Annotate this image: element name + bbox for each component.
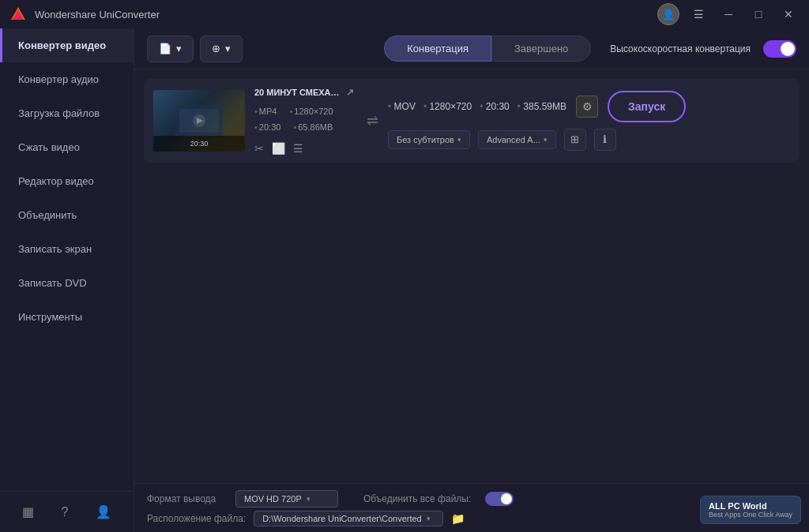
source-duration: •20:30: [254, 120, 280, 136]
minimize-button[interactable]: ─: [717, 3, 739, 25]
output-duration: • 20:30: [480, 101, 510, 112]
audio-chevron-icon: ▾: [544, 136, 547, 144]
start-button[interactable]: Запуск: [608, 91, 686, 122]
output-resolution: • 1280×720: [423, 101, 472, 112]
watermark-title: ALL PC World: [709, 501, 792, 511]
high-speed-label: Высокоскоростная конвертация: [610, 43, 751, 54]
high-speed-toggle[interactable]: [763, 40, 796, 58]
profile-button[interactable]: 👤: [657, 3, 679, 25]
settings-gear-button[interactable]: ⚙: [576, 96, 598, 118]
user-account-icon[interactable]: 👤: [92, 501, 115, 523]
add-options-icon: ⊕: [212, 43, 220, 54]
effects-tool-icon[interactable]: ☰: [293, 142, 303, 155]
file-meta-row-2: •20:30 •65.86MB: [254, 120, 357, 136]
source-size: •65.86MB: [293, 120, 333, 136]
path-row: Расположение файла: D:\Wondershare UniCo…: [147, 511, 796, 526]
tab-convert[interactable]: Конвертация: [384, 36, 491, 62]
output-bottom: Без субтитров ▾ Advanced A... ▾ ⊞ ℹ: [388, 129, 790, 151]
add-files-chevron: ▾: [176, 43, 182, 54]
watermark-subtitle: Best Apps One Click Away: [709, 511, 792, 519]
sidebar-item-record-dvd[interactable]: Записать DVD: [0, 266, 134, 300]
content-area: 📄 ▾ ⊕ ▾ Конвертация Завершено Высокоскор…: [134, 28, 809, 532]
sidebar-item-tools[interactable]: Инструменты: [0, 300, 134, 334]
sidebar-item-compress-video[interactable]: Сжать видео: [0, 130, 134, 164]
output-size: • 385.59MB: [517, 101, 566, 112]
source-resolution: •1280×720: [289, 104, 333, 120]
merge-label: Объединить все файлы:: [363, 493, 471, 504]
external-link-icon[interactable]: ↗: [346, 87, 354, 98]
add-files-button[interactable]: 📄 ▾: [147, 36, 194, 62]
thumbnail-overlay: 20:30: [153, 136, 245, 152]
subtitle-chevron-icon: ▾: [457, 136, 461, 144]
tab-done[interactable]: Завершено: [491, 36, 591, 62]
file-thumbnail: 20:30: [153, 90, 245, 152]
info-icon-symbol: ℹ: [603, 133, 607, 145]
file-tools: ✂ ⬜ ☰: [254, 142, 357, 155]
sidebar-item-video-editor[interactable]: Редактор видео: [0, 164, 134, 198]
file-title: 20 МИНУТ СМЕХА ДО СЛЁЗ - ЛУЧШИЕ ПРИК... …: [254, 87, 357, 98]
main-layout: Конвертер видео Конвертер аудио Загрузка…: [0, 28, 809, 532]
sidebar-item-record-screen[interactable]: Записать экран: [0, 232, 134, 266]
sidebar-item-merge[interactable]: Объединить: [0, 198, 134, 232]
title-bar: Wondershare UniConverter 👤 ☰ ─ □ ✕: [0, 0, 809, 28]
preview-icon-symbol: ⊞: [570, 133, 579, 145]
sidebar-item-video-converter[interactable]: Конвертер видео: [0, 28, 134, 62]
add-options-chevron: ▾: [225, 43, 231, 54]
file-item: 20:30 20 МИНУТ СМЕХА ДО СЛЁЗ - ЛУЧШИЕ ПР…: [144, 79, 800, 163]
file-list: 20:30 20 МИНУТ СМЕХА ДО СЛЁЗ - ЛУЧШИЕ ПР…: [134, 69, 809, 483]
output-format-info: • MOV • 1280×720 • 20:30 • 385.59MB: [388, 101, 566, 112]
thumbnail-image: 20:30: [153, 90, 245, 152]
preview-button[interactable]: ⊞: [564, 129, 586, 151]
subtitle-dropdown[interactable]: Без субтитров ▾: [388, 130, 470, 149]
info-button[interactable]: ℹ: [594, 129, 616, 151]
path-chevron-icon: ▾: [427, 515, 431, 523]
source-format: •MP4: [254, 104, 277, 120]
sidebar-footer: ▦ ? 👤: [0, 491, 134, 532]
toolbar-tabs: Конвертация Завершено: [384, 36, 591, 62]
panels-icon[interactable]: ▦: [19, 501, 37, 523]
watermark: ALL PC World Best Apps One Click Away: [700, 496, 801, 524]
folder-browse-icon[interactable]: 📁: [451, 512, 465, 525]
sidebar: Конвертер видео Конвертер аудио Загрузка…: [0, 28, 134, 532]
file-info: 20 МИНУТ СМЕХА ДО СЛЁЗ - ЛУЧШИЕ ПРИК... …: [254, 87, 357, 155]
cut-tool-icon[interactable]: ✂: [254, 142, 264, 155]
app-logo: [9, 6, 27, 23]
audio-dropdown[interactable]: Advanced A... ▾: [478, 130, 556, 149]
output-settings: • MOV • 1280×720 • 20:30 • 385.59MB ⚙ За…: [388, 91, 790, 151]
add-files-icon: 📄: [159, 43, 171, 54]
path-select-dropdown[interactable]: D:\Wondershare UniConverter\Converted ▾: [254, 511, 443, 526]
window-controls: 👤 ☰ ─ □ ✕: [657, 3, 800, 25]
file-meta: •MP4 •1280×720 •20:30 •65.86MB: [254, 104, 357, 136]
format-chevron-icon: ▾: [307, 495, 310, 503]
menu-button[interactable]: ☰: [687, 3, 709, 25]
format-label: Формат вывода: [147, 493, 226, 504]
sidebar-item-audio-converter[interactable]: Конвертер аудио: [0, 62, 134, 96]
toolbar: 📄 ▾ ⊕ ▾ Конвертация Завершено Высокоскор…: [134, 28, 809, 69]
sidebar-item-file-download[interactable]: Загрузка файлов: [0, 96, 134, 130]
add-options-button[interactable]: ⊕ ▾: [200, 36, 243, 62]
crop-tool-icon[interactable]: ⬜: [272, 142, 285, 155]
output-format: • MOV: [388, 101, 416, 112]
help-icon[interactable]: ?: [58, 502, 72, 523]
restore-button[interactable]: □: [747, 3, 769, 25]
output-top: • MOV • 1280×720 • 20:30 • 385.59MB ⚙ За…: [388, 91, 790, 122]
convert-arrow-icon: ⇌: [367, 112, 378, 129]
close-button[interactable]: ✕: [777, 3, 800, 25]
format-row: Формат вывода MOV HD 720P ▾ Объединить в…: [147, 490, 796, 508]
format-select-dropdown[interactable]: MOV HD 720P ▾: [235, 490, 338, 508]
merge-toggle[interactable]: [485, 492, 514, 506]
app-title: Wondershare UniConverter: [35, 9, 657, 21]
path-label: Расположение файла:: [147, 513, 246, 524]
file-meta-row-1: •MP4 •1280×720: [254, 104, 357, 120]
